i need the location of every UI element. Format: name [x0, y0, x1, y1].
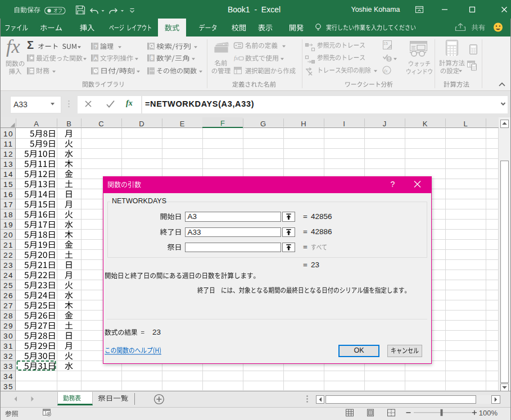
svg-text:?: ?: [94, 43, 97, 49]
svg-text:15: 15: [383, 42, 388, 45]
svg-text:A: A: [94, 55, 98, 61]
svg-text:θ: θ: [151, 55, 153, 61]
svg-text:fx: fx: [384, 68, 388, 74]
svg-text:fx: fx: [234, 54, 238, 61]
